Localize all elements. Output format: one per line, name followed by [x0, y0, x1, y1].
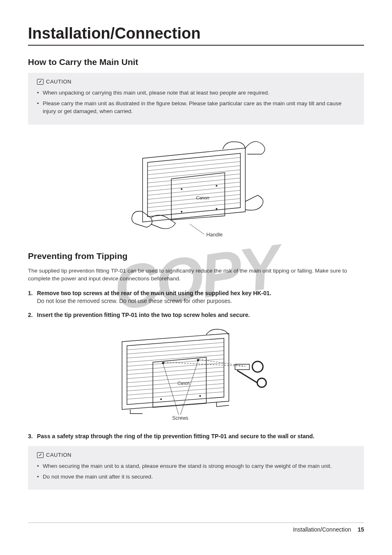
step-title: Pass a safety strap through the ring of … [37, 433, 314, 439]
svg-line-13 [148, 203, 240, 212]
svg-point-19 [216, 208, 217, 209]
svg-line-26 [127, 355, 224, 362]
svg-point-38 [162, 362, 164, 364]
svg-line-9 [148, 186, 240, 195]
figure-label-screws: Screws [172, 415, 188, 421]
svg-line-4 [148, 166, 240, 175]
caution-icon: ✓ [37, 79, 44, 85]
svg-line-3 [148, 162, 240, 171]
caution-label: CAUTION [46, 452, 71, 458]
svg-line-2 [148, 157, 240, 166]
svg-point-43 [257, 378, 266, 387]
svg-line-45 [163, 364, 179, 415]
footer-section: Installation/Connection [293, 526, 351, 533]
svg-line-46 [180, 361, 198, 415]
svg-point-18 [181, 211, 182, 212]
svg-line-40 [164, 362, 245, 366]
section-heading-tipping: Preventing from Tipping [28, 251, 364, 261]
caution-item: Please carry the main unit as illustrate… [37, 99, 355, 116]
svg-line-29 [127, 367, 224, 375]
page-footer: Installation/Connection 15 [28, 523, 364, 533]
svg-line-8 [148, 182, 240, 191]
svg-line-7 [148, 178, 240, 187]
caution-heading: ✓ CAUTION [37, 452, 355, 458]
svg-text:Canon: Canon [196, 195, 209, 200]
carry-illustration: Canon Handle [122, 130, 270, 240]
svg-line-12 [148, 199, 240, 208]
svg-line-31 [127, 375, 224, 383]
caution-label: CAUTION [46, 79, 71, 85]
svg-line-32 [127, 379, 224, 387]
svg-line-5 [148, 170, 240, 179]
svg-marker-0 [143, 148, 245, 222]
caution-box-1: ✓ CAUTION When unpacking or carrying thi… [28, 73, 364, 125]
figure-carry: Canon Handle [28, 130, 364, 242]
svg-marker-22 [127, 338, 224, 405]
caution-item: When securing the main unit to a stand, … [37, 462, 355, 470]
tipping-intro: The supplied tip prevention fitting TP-0… [28, 267, 364, 283]
svg-point-39 [197, 359, 199, 361]
svg-point-48 [200, 395, 201, 396]
tipping-illustration: Canon [110, 325, 282, 422]
step-item: Pass a safety strap through the ring of … [28, 432, 364, 441]
svg-line-6 [148, 174, 240, 183]
step-item: Insert the tip prevention fitting TP-01 … [28, 311, 364, 319]
svg-line-20 [190, 224, 204, 234]
svg-line-10 [148, 190, 240, 199]
figure-label-handle: Handle [206, 232, 223, 238]
svg-point-42 [252, 361, 263, 372]
section-heading-carry: How to Carry the Main Unit [28, 57, 364, 67]
svg-line-11 [148, 194, 240, 204]
svg-text:Canon: Canon [178, 381, 190, 386]
caution-heading: ✓ CAUTION [37, 79, 355, 85]
svg-line-25 [127, 351, 224, 358]
svg-point-16 [181, 188, 182, 190]
svg-point-17 [216, 185, 217, 186]
figure-tipping: Canon [28, 325, 364, 423]
svg-point-47 [161, 398, 162, 400]
step-sub: Do not lose the removed screw. Do not us… [37, 297, 364, 305]
svg-line-30 [127, 371, 224, 379]
step-title: Remove two top screws at the rear of the… [37, 290, 271, 296]
svg-line-33 [127, 384, 224, 391]
page-number: 15 [357, 526, 364, 533]
svg-line-23 [127, 342, 224, 350]
svg-line-34 [127, 388, 224, 395]
page-title: Installation/Connection [28, 25, 364, 46]
svg-line-24 [127, 347, 224, 354]
caution-icon: ✓ [37, 452, 44, 458]
svg-line-44 [237, 370, 257, 383]
caution-item: Do not move the main unit after it is se… [37, 473, 355, 481]
step-title: Insert the tip prevention fitting TP-01 … [37, 312, 250, 318]
caution-item: When unpacking or carrying this main uni… [37, 89, 355, 97]
svg-line-28 [127, 363, 224, 370]
caution-box-2: ✓ CAUTION When securing the main unit to… [28, 446, 364, 490]
step-item: Remove two top screws at the rear of the… [28, 289, 364, 305]
